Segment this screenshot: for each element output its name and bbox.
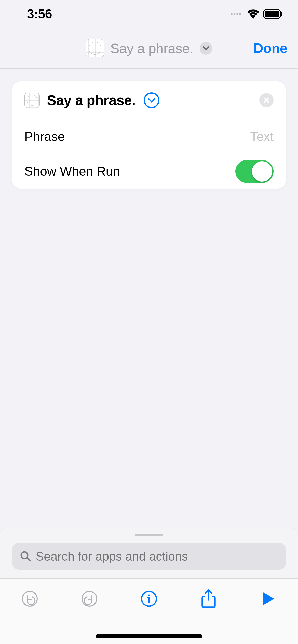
share-button[interactable] <box>199 589 218 608</box>
phrase-label: Phrase <box>24 129 65 144</box>
action-header-row[interactable]: Say a phrase. <box>12 81 286 119</box>
share-icon <box>201 589 216 608</box>
undo-icon <box>21 590 38 607</box>
action-title: Say a phrase. <box>47 92 136 108</box>
status-time: 3:56 <box>27 7 52 21</box>
show-when-run-label: Show When Run <box>24 164 120 179</box>
svg-rect-2 <box>281 12 282 16</box>
play-icon <box>261 591 275 606</box>
chevron-down-icon <box>148 98 155 103</box>
svg-point-8 <box>148 595 150 596</box>
chevron-down-icon <box>202 46 209 50</box>
phrase-row[interactable]: Phrase Text <box>12 119 286 154</box>
nav-title: Say a phrase. <box>110 40 194 56</box>
nav-header: Say a phrase. Done <box>0 28 298 69</box>
svg-rect-1 <box>265 11 279 17</box>
delete-action-button[interactable] <box>259 93 274 107</box>
actions-search-panel[interactable] <box>0 528 298 578</box>
shortcut-icon <box>24 93 40 108</box>
redo-button[interactable] <box>80 589 99 608</box>
action-card: Say a phrase. Phrase Text Show When Run <box>12 81 286 189</box>
redo-icon <box>81 590 98 607</box>
battery-icon <box>263 9 283 19</box>
run-button[interactable] <box>259 589 278 608</box>
show-when-run-toggle[interactable] <box>235 160 274 183</box>
nav-center[interactable]: Say a phrase. <box>86 39 212 57</box>
home-indicator[interactable] <box>96 634 202 638</box>
search-input[interactable] <box>36 549 278 563</box>
info-icon <box>141 590 157 607</box>
show-when-run-row: Show When Run <box>12 154 286 189</box>
status-right <box>231 9 283 19</box>
phrase-value-placeholder[interactable]: Text <box>250 129 274 144</box>
undo-button[interactable] <box>20 589 39 608</box>
title-menu-button[interactable] <box>199 42 212 55</box>
drag-handle[interactable] <box>135 534 163 536</box>
info-button[interactable] <box>140 589 158 608</box>
wifi-icon <box>247 9 260 19</box>
done-button[interactable]: Done <box>254 40 288 56</box>
search-field[interactable] <box>12 543 286 570</box>
search-icon <box>20 551 31 562</box>
action-options-button[interactable] <box>144 92 159 108</box>
svg-line-4 <box>27 558 30 561</box>
status-bar: 3:56 <box>0 0 298 28</box>
shortcut-icon <box>86 39 104 57</box>
cellular-dots-icon <box>231 13 241 15</box>
